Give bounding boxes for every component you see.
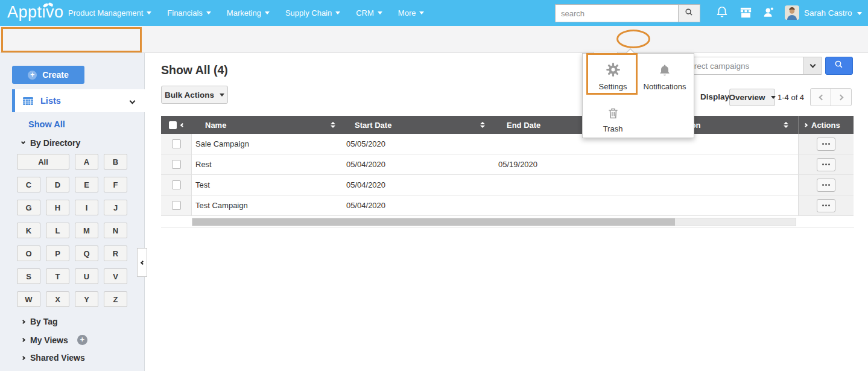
row-checkbox[interactable] (172, 139, 181, 148)
letter-filter-c[interactable]: C (17, 177, 40, 192)
row-checkbox[interactable] (172, 201, 181, 210)
user-menu[interactable]: Sarah Castro (804, 8, 852, 17)
letter-filter-b[interactable]: B (104, 154, 127, 170)
add-user-button[interactable] (761, 5, 777, 21)
letter-filter-m[interactable]: M (75, 223, 98, 238)
letter-filter-g[interactable]: G (17, 200, 40, 215)
sidebar-collapse-handle[interactable] (137, 248, 147, 277)
row-checkbox-cell (161, 134, 192, 154)
column-header-start-date[interactable]: Start Date (344, 116, 495, 134)
column-header-name[interactable]: Name (192, 116, 344, 134)
actions-header-label: Actions (811, 121, 840, 130)
cell-actions (798, 134, 854, 154)
letter-filter-z[interactable]: Z (104, 291, 127, 307)
caret-down-icon (771, 96, 776, 99)
collapse-column-icon[interactable] (180, 122, 185, 127)
sort-icon[interactable] (784, 122, 788, 128)
letter-filter-q[interactable]: Q (75, 246, 98, 261)
app-search-button[interactable] (825, 57, 853, 75)
nav-item-more[interactable]: More (398, 8, 425, 17)
sidebar-section-my-views[interactable]: My Views + (22, 335, 87, 345)
notifications-label: Notifications (641, 82, 689, 91)
letter-filter-k[interactable]: K (17, 223, 40, 238)
table-body: Sale Campaign05/05/2020Rest05/04/202005/… (161, 134, 854, 216)
user-avatar[interactable] (785, 5, 799, 20)
sort-icon[interactable] (331, 122, 335, 128)
nav-item-marketing[interactable]: Marketing (227, 8, 270, 17)
create-button[interactable]: + Create (12, 66, 84, 84)
nav-item-product-management[interactable]: Product Management (68, 8, 151, 17)
user-menu-caret-icon[interactable] (857, 12, 862, 15)
letter-filter-v[interactable]: V (104, 268, 127, 284)
row-actions-button[interactable] (817, 138, 835, 151)
letter-filter-all[interactable]: All (17, 154, 69, 170)
chevron-right-icon[interactable] (803, 122, 808, 127)
app-store-button[interactable] (738, 5, 753, 21)
bulk-actions-button[interactable]: Bulk Actions (161, 86, 228, 104)
popup-caret (626, 49, 635, 54)
letter-filter-p[interactable]: P (46, 246, 69, 261)
caret-down-icon (206, 11, 211, 14)
popup-item-trash[interactable]: Trash (589, 103, 637, 133)
nav-item-label: Product Management (68, 8, 143, 17)
letter-filter-o[interactable]: O (17, 246, 40, 261)
popup-item-notifications[interactable]: Notifications (641, 61, 689, 91)
nav-item-label: Financials (167, 8, 203, 17)
search-options-dropdown-button[interactable] (803, 57, 822, 75)
store-icon (739, 5, 753, 22)
row-checkbox[interactable] (172, 180, 181, 189)
global-search-input[interactable] (555, 4, 679, 22)
add-view-button[interactable]: + (77, 335, 87, 345)
letter-filter-s[interactable]: S (17, 268, 40, 284)
display-mode-dropdown[interactable]: Overview (729, 89, 775, 106)
select-all-checkbox[interactable] (169, 121, 177, 129)
scrollbar-thumb[interactable] (192, 218, 675, 226)
row-actions-button[interactable] (817, 199, 835, 212)
my-views-label: My Views (30, 335, 68, 345)
letter-filter-n[interactable]: N (104, 223, 127, 238)
row-checkbox[interactable] (172, 160, 181, 169)
nav-item-financials[interactable]: Financials (167, 8, 211, 17)
sidebar-item-lists[interactable]: Lists (12, 89, 145, 112)
letter-filter-r[interactable]: R (104, 246, 127, 261)
gear-icon (589, 61, 637, 78)
letter-filter-a[interactable]: A (75, 154, 98, 170)
letter-filter-l[interactable]: L (46, 223, 69, 238)
nav-item-crm[interactable]: CRM (356, 8, 382, 17)
ellipsis-icon (822, 184, 830, 186)
cell-name[interactable]: Test Campaign (192, 195, 344, 215)
chevron-left-icon (141, 260, 145, 264)
sidebar-section-by-directory[interactable]: By Directory (22, 138, 80, 148)
letter-filter-i[interactable]: I (75, 200, 98, 215)
letter-filter-u[interactable]: U (75, 268, 98, 284)
notifications-bell-button[interactable] (714, 5, 730, 21)
row-actions-button[interactable] (817, 158, 835, 171)
letter-filter-x[interactable]: X (46, 291, 69, 307)
next-page-button[interactable] (831, 88, 852, 106)
sidebar-section-shared-views[interactable]: Shared Views (22, 353, 85, 363)
letter-filter-j[interactable]: J (104, 200, 127, 215)
cell-end-date (495, 195, 645, 215)
letter-filter-e[interactable]: E (75, 177, 98, 192)
cell-description (645, 175, 798, 195)
letter-filter-w[interactable]: W (17, 291, 40, 307)
cell-name[interactable]: Rest (192, 154, 344, 174)
apptivo-logo[interactable]: Apptivo (7, 3, 64, 22)
global-search-button[interactable] (678, 4, 700, 22)
cell-name[interactable]: Sale Campaign (192, 134, 344, 154)
letter-filter-d[interactable]: D (46, 177, 69, 192)
sidebar-section-by-tag[interactable]: By Tag (22, 317, 58, 326)
lists-label: Lists (40, 96, 61, 106)
sidebar-item-show-all[interactable]: Show All (28, 119, 65, 129)
sort-icon[interactable] (480, 122, 485, 128)
horizontal-scrollbar[interactable] (192, 218, 796, 226)
previous-page-button[interactable] (810, 88, 831, 106)
nav-item-supply-chain[interactable]: Supply Chain (285, 8, 340, 17)
popup-item-settings[interactable]: Settings (589, 61, 637, 91)
cell-name[interactable]: Test (192, 175, 344, 195)
row-actions-button[interactable] (817, 179, 835, 192)
letter-filter-t[interactable]: T (46, 268, 69, 284)
letter-filter-y[interactable]: Y (75, 291, 98, 307)
letter-filter-f[interactable]: F (104, 177, 127, 192)
letter-filter-h[interactable]: H (46, 200, 69, 215)
